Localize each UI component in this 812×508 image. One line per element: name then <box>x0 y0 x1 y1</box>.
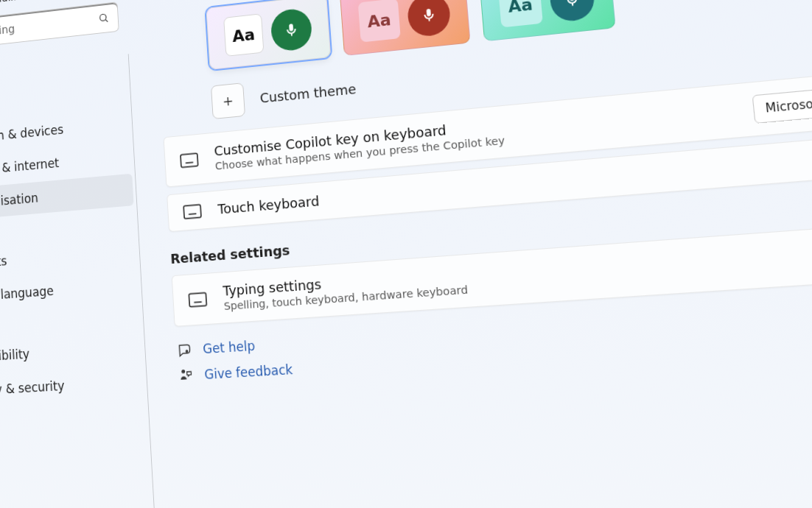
svg-line-19 <box>194 302 201 303</box>
svg-line-1 <box>105 19 108 22</box>
keyboard-icon <box>179 152 200 168</box>
copilot-key-dropdown[interactable]: Microsoft Clipchamp <box>752 80 812 124</box>
microphone-icon <box>407 0 452 38</box>
svg-rect-14 <box>189 292 206 306</box>
option-title: Touch keyboard <box>217 193 320 217</box>
theme-sample-text: Aa <box>223 13 264 57</box>
svg-rect-2 <box>181 153 198 167</box>
microphone-icon <box>548 0 595 23</box>
help-link-label: Give feedback <box>204 362 293 383</box>
svg-point-22 <box>181 370 185 373</box>
theme-tile-default[interactable]: Aa <box>206 0 331 70</box>
svg-line-7 <box>186 162 193 163</box>
microphone-icon <box>270 7 312 52</box>
sidebar-item-privacy[interactable]: Privacy & security <box>0 364 144 409</box>
feedback-icon <box>178 367 193 384</box>
main-content: Personalisation › Text input Aa Aa <box>126 0 812 508</box>
plus-icon: ＋ <box>220 89 237 113</box>
svg-rect-8 <box>183 204 201 218</box>
theme-sample-text: Aa <box>358 0 401 43</box>
search-icon <box>98 12 110 25</box>
theme-tile-pink[interactable]: Aa <box>340 0 471 56</box>
theme-sample-text: Aa <box>498 0 543 27</box>
help-icon: ? <box>177 342 192 359</box>
nav: Home System Bluetooth & devices Network … <box>0 41 144 408</box>
svg-line-13 <box>189 214 196 214</box>
keyboard-icon <box>187 292 208 308</box>
add-custom-theme-button[interactable]: ＋ <box>211 82 245 119</box>
keyboard-icon <box>182 203 203 219</box>
custom-theme-label: Custom theme <box>259 80 357 105</box>
theme-tile-teal[interactable]: Aa <box>479 0 616 41</box>
help-link-label: Get help <box>203 338 256 356</box>
